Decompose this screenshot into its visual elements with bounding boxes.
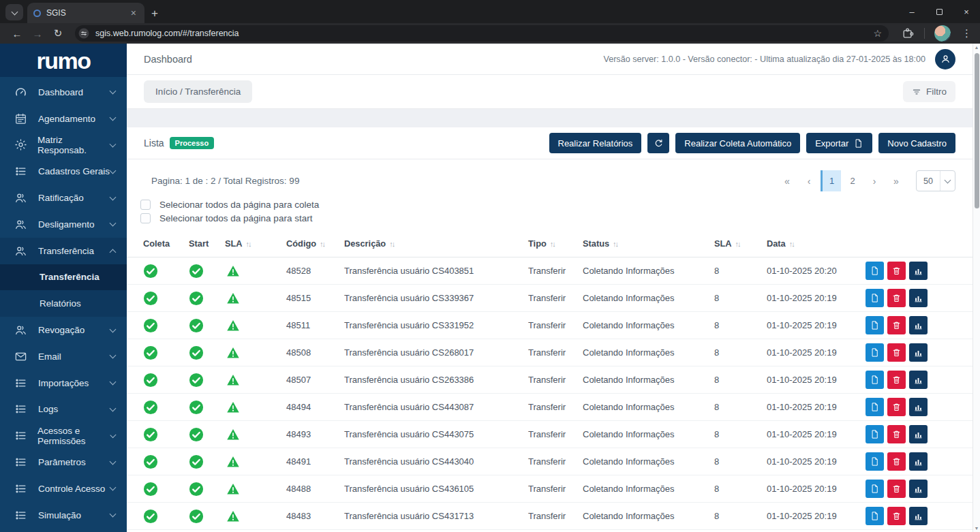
sort-icon[interactable]: ↑↓ xyxy=(550,240,555,248)
sidebar-item[interactable]: Dashboard xyxy=(0,79,127,106)
sort-icon[interactable]: ↑↓ xyxy=(246,240,251,248)
start-check-icon[interactable] xyxy=(189,345,225,360)
column-header[interactable]: Status ↑↓ xyxy=(583,238,714,249)
start-check-icon[interactable] xyxy=(189,427,225,442)
reload-button[interactable]: ↻ xyxy=(49,27,67,40)
file-report-button[interactable] xyxy=(866,371,884,389)
minimize-button[interactable]: – xyxy=(898,0,925,23)
column-header[interactable]: Código ↑↓ xyxy=(286,238,344,249)
checkbox-coleta[interactable] xyxy=(140,200,151,210)
new-tab-button[interactable]: + xyxy=(151,7,158,20)
file-report-button[interactable] xyxy=(866,289,884,307)
page-1-button[interactable]: 1 xyxy=(821,170,841,191)
sidebar-item[interactable]: Acessos e Permissões xyxy=(0,422,127,449)
vertical-scrollbar[interactable]: ▲ ▼ xyxy=(973,44,980,532)
column-header[interactable]: SLA ↑↓ xyxy=(714,238,767,249)
coleta-check-icon[interactable] xyxy=(143,373,189,388)
file-report-button[interactable] xyxy=(866,398,884,416)
delete-button[interactable] xyxy=(887,316,906,334)
sidebar-item[interactable]: Revogação xyxy=(0,317,127,343)
chart-button[interactable] xyxy=(909,371,928,389)
delete-button[interactable] xyxy=(887,425,906,443)
chart-button[interactable] xyxy=(909,507,928,525)
page-2-button[interactable]: 2 xyxy=(842,170,863,191)
sort-icon[interactable]: ↑↓ xyxy=(320,240,324,248)
coleta-check-icon[interactable] xyxy=(143,318,189,333)
sidebar-item[interactable]: Desligamento xyxy=(0,211,127,238)
start-check-icon[interactable] xyxy=(189,400,225,415)
exportar-button[interactable]: Exportar xyxy=(806,133,872,153)
scrollbar-thumb[interactable] xyxy=(975,53,979,208)
tab-search-button[interactable] xyxy=(5,4,23,20)
realizar-coleta-button[interactable]: Realizar Coleta Automático xyxy=(675,133,800,153)
close-tab-icon[interactable]: × xyxy=(129,7,138,18)
sort-icon[interactable]: ↑↓ xyxy=(613,240,617,248)
coleta-check-icon[interactable] xyxy=(143,427,189,442)
coleta-check-icon[interactable] xyxy=(143,482,189,497)
sidebar-item[interactable]: Importações xyxy=(0,370,127,396)
chart-button[interactable] xyxy=(909,289,928,307)
start-check-icon[interactable] xyxy=(189,373,225,388)
coleta-check-icon[interactable] xyxy=(143,400,189,415)
coleta-check-icon[interactable] xyxy=(143,345,189,360)
chart-button[interactable] xyxy=(909,425,928,443)
delete-button[interactable] xyxy=(887,371,906,389)
profile-avatar[interactable] xyxy=(934,25,951,42)
breadcrumb[interactable]: Início / Transferência xyxy=(144,80,252,103)
filter-button[interactable]: Filtro xyxy=(903,81,955,102)
coleta-check-icon[interactable] xyxy=(143,454,189,469)
sidebar-item[interactable]: Transferência xyxy=(0,264,127,291)
column-header[interactable]: Tipo ↑↓ xyxy=(528,238,583,249)
delete-button[interactable] xyxy=(887,262,906,280)
select-all-coleta[interactable]: Selecionar todos da página para coleta xyxy=(140,200,955,210)
sidebar-item[interactable]: Cadastros Gerais xyxy=(0,158,127,185)
novo-cadastro-button[interactable]: Novo Cadastro xyxy=(878,133,955,153)
delete-button[interactable] xyxy=(887,452,906,471)
delete-button[interactable] xyxy=(887,289,906,307)
last-page-button[interactable]: » xyxy=(886,170,906,191)
extensions-icon[interactable] xyxy=(901,27,915,40)
column-header[interactable]: SLA ↑↓ xyxy=(225,238,286,249)
start-check-icon[interactable] xyxy=(189,482,225,497)
bookmark-star-icon[interactable]: ☆ xyxy=(873,28,882,39)
file-report-button[interactable] xyxy=(866,425,884,443)
column-header[interactable]: Data ↑↓ xyxy=(767,238,866,249)
scroll-down-icon[interactable]: ▼ xyxy=(973,526,980,531)
address-bar[interactable]: sgis.web.rumolog.com/#/transferencia ☆ xyxy=(75,25,889,42)
back-button[interactable]: ← xyxy=(8,28,26,40)
chart-button[interactable] xyxy=(909,480,928,498)
refresh-button[interactable] xyxy=(647,133,669,153)
sidebar-item[interactable]: Email xyxy=(0,343,127,370)
column-header[interactable]: Coleta xyxy=(143,238,189,249)
chart-button[interactable] xyxy=(909,262,928,280)
delete-button[interactable] xyxy=(887,507,906,525)
start-check-icon[interactable] xyxy=(189,291,225,306)
sidebar-item[interactable]: Transferência xyxy=(0,238,127,264)
sidebar-item[interactable]: Agendamento xyxy=(0,106,127,132)
delete-button[interactable] xyxy=(887,343,906,362)
sort-icon[interactable]: ↑↓ xyxy=(735,240,740,248)
column-header[interactable]: Descrição ↑↓ xyxy=(344,238,528,249)
file-report-button[interactable] xyxy=(866,262,884,280)
sidebar-item[interactable]: Controle Acesso xyxy=(0,475,127,502)
chart-button[interactable] xyxy=(909,398,928,416)
delete-button[interactable] xyxy=(887,398,906,416)
file-report-button[interactable] xyxy=(866,507,884,525)
close-window-button[interactable]: × xyxy=(953,0,980,23)
sort-icon[interactable]: ↑↓ xyxy=(389,240,394,248)
sidebar-item[interactable]: Simulação xyxy=(0,502,127,529)
file-report-button[interactable] xyxy=(866,480,884,498)
sidebar-item[interactable]: Matriz Responsab. xyxy=(0,132,127,159)
start-check-icon[interactable] xyxy=(189,318,225,333)
start-check-icon[interactable] xyxy=(189,264,225,279)
sidebar-item[interactable]: Ratificação xyxy=(0,185,127,211)
prev-page-button[interactable]: ‹ xyxy=(799,170,819,191)
file-report-button[interactable] xyxy=(866,343,884,362)
browser-menu-icon[interactable]: ⋮ xyxy=(962,27,972,40)
forward-button[interactable]: → xyxy=(29,28,46,40)
restore-button[interactable] xyxy=(925,0,953,23)
chart-button[interactable] xyxy=(909,316,928,334)
next-page-button[interactable]: › xyxy=(864,170,885,191)
file-report-button[interactable] xyxy=(866,316,884,334)
checkbox-start[interactable] xyxy=(140,213,151,223)
